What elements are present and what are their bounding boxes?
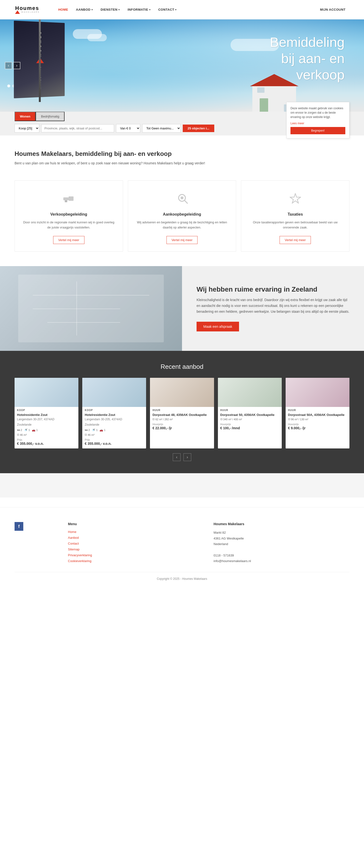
- cookie-accept-button[interactable]: Begrepen!: [291, 127, 345, 134]
- afspraak-button[interactable]: Maak een afspraak: [197, 322, 239, 332]
- area-icon: ⊡: [17, 433, 19, 436]
- property-name-0: Hotelresidentie Zout: [17, 413, 76, 417]
- facebook-icon[interactable]: f: [14, 522, 23, 531]
- footer-link-contact[interactable]: Contact: [68, 542, 79, 545]
- logo-sub: MAKELAARS: [21, 11, 40, 13]
- property-area-4: ⊡ 96 m² / 130 m²: [288, 417, 347, 421]
- nav-contact[interactable]: CONTACT ▾: [154, 0, 180, 20]
- chevron-down-icon: ▾: [92, 0, 93, 20]
- chevron-down-icon: ▾: [119, 0, 120, 20]
- property-area-0: ⊡ 46 m²: [17, 433, 76, 436]
- search-button[interactable]: 25 objecten i...: [183, 125, 214, 132]
- property-image-1: [82, 378, 146, 407]
- experience-section: Wij hebben ruime ervaring in Zeeland Kle…: [0, 266, 364, 351]
- search-location-input[interactable]: [41, 124, 114, 132]
- footer-link-cookie[interactable]: Cookieverklaring: [68, 559, 92, 563]
- property-price-2: € 22.000,- /jr: [153, 426, 211, 430]
- property-price-label-4: Huurprijs: [288, 423, 347, 426]
- carousel-next-button[interactable]: ›: [13, 62, 21, 69]
- cookie-text: Deze website maakt gebruik van cookies o…: [291, 106, 345, 119]
- property-card-0[interactable]: KOOP Hotelresidentie Zout Langendam 30-2…: [14, 378, 78, 448]
- property-price-label-3: Huurprijs: [220, 423, 279, 426]
- property-card-3[interactable]: HUUR Dorpsstraat 50, 4356AK Oostkapelle …: [218, 378, 282, 448]
- hero-section: HOUMES MAKELAARS Bemiddeling bij aan- en…: [0, 20, 364, 135]
- star-icon: [287, 190, 304, 207]
- nav-diensten[interactable]: DIENSTEN ▾: [97, 0, 124, 20]
- property-area-1: ⊡ 46 m²: [85, 433, 144, 436]
- footer-link-home[interactable]: Home: [68, 530, 76, 534]
- property-tag-0: KOOP: [14, 407, 78, 411]
- footer-link-privacy[interactable]: Privacyverklaring: [68, 553, 92, 557]
- property-card-2[interactable]: HUUR Dorpsstraat 48, 4356AK Oostkapelle …: [150, 378, 214, 448]
- footer-phone: 0118 - 571639: [213, 554, 234, 557]
- garage-icon: 🚗: [32, 428, 35, 432]
- service-title-0: Verkoopbegeleiding: [22, 212, 115, 217]
- bed-icon: 🛏: [85, 428, 88, 432]
- footer-address-line3: Nederland: [213, 542, 228, 546]
- property-card-4[interactable]: HUUR Dorpsstraat 50A, 4356AK Oostkapelle…: [286, 378, 350, 448]
- experience-image: [0, 266, 182, 351]
- property-tag-2: HUUR: [150, 407, 214, 411]
- area-icon: ⊡: [288, 417, 290, 421]
- service-button-1[interactable]: Vertel mij meer: [166, 236, 198, 244]
- search-price-from[interactable]: Van € 0: [116, 124, 140, 132]
- garage-icon: 🚗: [99, 428, 103, 432]
- search-type-select[interactable]: Koop [25]: [14, 124, 39, 132]
- footer-link-aanbod[interactable]: Aanbod: [68, 536, 79, 539]
- property-area-2: ⊡ 62 m² / 282 m²: [153, 417, 211, 421]
- logo-triangle: [15, 10, 20, 14]
- svg-point-5: [180, 196, 184, 199]
- footer-menu: Menu Home Aanbod Contact Sitemap Privacy…: [54, 522, 204, 565]
- search-price-to[interactable]: Tot Geen maximu...: [142, 124, 181, 132]
- nav-home[interactable]: HOME: [54, 0, 72, 20]
- carousel-prev-button[interactable]: ‹: [5, 62, 12, 69]
- service-button-0[interactable]: Vertel mij meer: [53, 236, 85, 244]
- properties-prev-button[interactable]: ‹: [173, 453, 180, 461]
- properties-next-button[interactable]: ›: [184, 453, 191, 461]
- cookie-learn-more-link[interactable]: Lees meer: [291, 122, 304, 125]
- footer-link-sitemap[interactable]: Sitemap: [68, 548, 79, 551]
- property-city-0: Zoutelande: [17, 423, 76, 426]
- nav-account[interactable]: MIJN ACCOUNT: [316, 0, 350, 20]
- footer-menu-title: Menu: [68, 522, 204, 526]
- tab-wonen[interactable]: Wonen: [14, 112, 36, 121]
- nav-aanbod[interactable]: AANBOD ▾: [72, 0, 97, 20]
- property-image-4: [286, 378, 350, 407]
- area-icon: ⊡: [220, 417, 223, 421]
- service-title-1: Aankoopbegeleiding: [135, 212, 229, 217]
- svg-marker-7: [290, 193, 301, 203]
- property-price-0: € 355.000,- v.o.n.: [17, 442, 76, 445]
- property-name-1: Hotelresidentie Zout: [85, 413, 144, 417]
- carousel-prev-area: ‹ ›: [5, 62, 21, 69]
- experience-title: Wij hebben ruime ervaring in Zeeland: [197, 285, 350, 293]
- tab-bedrijfsmatig[interactable]: Bedrijfsmatig: [36, 112, 65, 121]
- footer-address-line1: Markt 82: [213, 531, 226, 534]
- property-cards-row: KOOP Hotelresidentie Zout Langendam 30-2…: [14, 378, 350, 448]
- intro-description: Bent u van plan om uw huis te verkopen, …: [14, 160, 350, 166]
- area-icon: ⊡: [85, 433, 87, 436]
- chevron-down-icon: ▾: [175, 0, 177, 20]
- footer-email[interactable]: info@houmesmakelaars.nl: [213, 559, 251, 563]
- svg-line-6: [185, 200, 187, 203]
- area-icon: ⊡: [153, 417, 155, 421]
- nav-informatie[interactable]: INFORMATIE ▾: [124, 0, 154, 20]
- carousel-dot-1[interactable]: [7, 85, 10, 87]
- footer-contact: Houmes Makelaars Markt 82 4361 AG Westka…: [213, 522, 350, 565]
- property-price-label-2: Huurprijs: [153, 423, 211, 426]
- cookie-notice: Deze website maakt gebruik van cookies o…: [286, 102, 350, 138]
- property-tag-1: KOOP: [82, 407, 146, 411]
- property-card-1[interactable]: KOOP Hotelresidentie Zout Langendam 30-2…: [82, 378, 146, 448]
- property-image-3: [218, 378, 282, 407]
- service-desc-1: Wij adviseren en begeleiden u graag bij …: [135, 220, 229, 230]
- logo[interactable]: Houmes MAKELAARS: [14, 6, 40, 14]
- hero-background: HOUMES MAKELAARS Bemiddeling bij aan- en…: [0, 20, 364, 112]
- service-card-aankoop: Aankoopbegeleiding Wij adviseren en bege…: [128, 180, 236, 251]
- flag-pole: [39, 20, 41, 102]
- service-button-2[interactable]: Vertel mij meer: [279, 236, 311, 244]
- property-address-1: Langendam 30-205, 4374AD: [85, 417, 144, 421]
- svg-rect-1: [63, 197, 69, 200]
- service-card-taxaties: Taxaties Onze taxatierapporten geven een…: [241, 180, 350, 251]
- footer-inner: f Menu Home Aanbod Contact Sitemap Priva…: [0, 507, 364, 572]
- search-location-icon: [173, 190, 191, 207]
- property-city-1: Zoutelande: [85, 423, 144, 426]
